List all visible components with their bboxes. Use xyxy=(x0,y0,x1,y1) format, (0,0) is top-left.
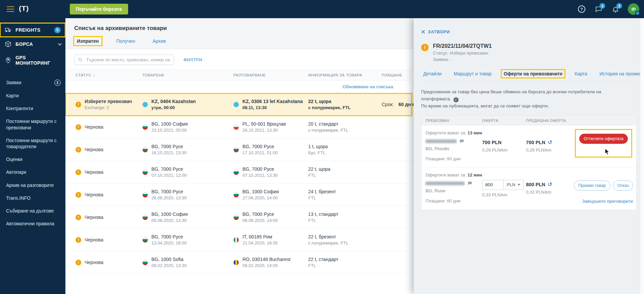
loading-date: 23.10.2021, 00:00 xyxy=(151,128,188,133)
finish-negotiations-link[interactable]: Завършете преговорите xyxy=(582,199,633,204)
loading-date: утре, 00:00 xyxy=(151,105,196,110)
sidebar-menu-item[interactable]: Автоматични правила xyxy=(0,217,65,230)
loading-place: BG, 7000 Русе xyxy=(151,234,187,239)
table-row[interactable]: Чернова BG, 1000 София 05.06.2020, 13:30… xyxy=(65,206,412,229)
sidebar-menu-item[interactable]: Контрагенти xyxy=(0,102,65,115)
info-icon[interactable] xyxy=(453,97,459,102)
sidebar-menu-item[interactable]: Карти xyxy=(0,89,65,102)
sidebar-menu-item[interactable]: Постоянни маршрути с товародатели xyxy=(0,134,65,153)
chat-bubble-icon[interactable] xyxy=(459,139,464,144)
history-icon[interactable] xyxy=(548,182,552,187)
table-row[interactable]: Чернова BG, 7000 Русе 13.04.2020, 18:00 … xyxy=(65,229,412,251)
unloading-date: 06.06.2020, 14:00 xyxy=(242,218,278,223)
list-tab[interactable]: Архив xyxy=(150,37,168,45)
menu-icon[interactable] xyxy=(7,6,14,12)
country-flag-icon xyxy=(142,124,148,130)
status-cell: Чернова xyxy=(76,192,142,198)
status-cell: Чернова xyxy=(76,147,142,153)
country-flag-icon xyxy=(233,192,239,198)
help-icon[interactable] xyxy=(577,5,586,13)
avatar[interactable]: IP xyxy=(628,3,639,15)
sidebar-menu-item[interactable]: Архив на разговорите xyxy=(0,179,65,192)
cargo-detail: FTL xyxy=(308,263,339,268)
offer-row: Офертите важат за: 12 мин BG, Ruse Плаща… xyxy=(421,168,636,210)
sidebar-item-gps-monitoring[interactable]: GPS МОНИТОРИНГ xyxy=(0,51,65,69)
accept-freight-button[interactable]: Приеми товар xyxy=(574,181,610,191)
unloading-place: BG, 7000 Русе xyxy=(242,211,278,217)
sidebar-menu-item-label: Карти xyxy=(6,93,19,99)
list-tab[interactable]: Изпратен xyxy=(74,37,101,45)
panel-tab[interactable]: История на промените xyxy=(597,70,644,77)
cargo-detail: FTL xyxy=(308,173,330,178)
status-cell: Чернова xyxy=(76,215,142,220)
loading-cell: BG, 1000 София 05.06.2020, 13:30 xyxy=(142,211,233,223)
cargo-detail: Бус, FTL xyxy=(308,150,328,155)
search-input[interactable] xyxy=(86,57,170,62)
table-row[interactable]: Чернова BG, 7000 Русе 16.10.2021, 23:30 … xyxy=(65,138,412,161)
loading-cell: KZ, 0404 Kazahstan утре, 00:00 xyxy=(142,99,233,110)
sidebar-menu: Заявки 1 Карти Контрагенти Постоянни мар… xyxy=(0,76,65,230)
order-exchange-button[interactable]: Поръчайте борсата xyxy=(70,4,128,14)
cargo-summary: 20 t, стандарт xyxy=(308,121,348,127)
cargo-summary: 13 t, стандарт xyxy=(308,211,339,217)
chevron-down-icon xyxy=(58,42,62,45)
withdraw-offer-button[interactable]: Оттеглете офертата xyxy=(579,134,628,144)
decline-button[interactable]: Отказ xyxy=(613,181,633,191)
status-cell: Изберете превозвач Exchange: 2 xyxy=(76,99,142,110)
chat-icon[interactable]: 3 xyxy=(594,5,603,13)
sidebar-menu-item[interactable]: Оценки xyxy=(0,153,65,166)
loading-date: 05.06.2020, 13:30 xyxy=(151,218,188,223)
table-header: СТАТУС ТОВАРЕНЕ РАЗТОВАРВАНЕ ИНФОРМАЦИЯ … xyxy=(65,70,412,80)
sidebar-item-exchange[interactable]: БОРСА xyxy=(0,37,65,51)
sidebar-item-freights[interactable]: FREIGHTS 5 xyxy=(0,23,65,37)
warning-icon xyxy=(421,44,429,51)
unloading-date: 07.10.2021, 13:30 xyxy=(242,173,278,178)
filters-link[interactable]: ФИЛТРИ xyxy=(183,57,202,62)
panel-tab[interactable]: Маршрут и товар xyxy=(452,70,494,77)
loading-place: BG, 1000 Sofia xyxy=(151,257,187,262)
sidebar-menu-item[interactable]: Събиране на дългове xyxy=(0,204,65,217)
offer-price-input[interactable] xyxy=(482,180,504,190)
sidebar-menu-item[interactable]: Заявки 1 xyxy=(0,76,65,89)
carrier-cell: Офертите важат за: 13 мин BG, Plovdiv Пл… xyxy=(426,130,482,161)
sidebar-menu-item-label: Оценки xyxy=(6,156,22,162)
table-row[interactable]: Чернова BG, 7000 Русе 07.10.2021, 12:00 … xyxy=(65,161,412,184)
currency-select[interactable]: PLN xyxy=(504,180,524,190)
sidebar-menu-item-label: Постоянни маршрути с товародатели xyxy=(6,137,61,150)
panel-tab[interactable]: Карта xyxy=(573,70,589,77)
unloading-place: KZ, 0306 13 let Kazahstana xyxy=(242,99,303,104)
loading-date: 13.04.2020, 18:00 xyxy=(151,240,187,246)
sidebar-menu-item[interactable]: Trans.INFO xyxy=(0,192,65,204)
cargo-summary: 22 t, щора xyxy=(308,166,330,172)
status-cell: Чернова xyxy=(76,124,142,130)
list-tab[interactable]: Получен xyxy=(114,37,138,45)
chat-bubble-icon[interactable] xyxy=(467,181,472,186)
notifications-icon[interactable]: 3 xyxy=(611,5,620,13)
scrollbar[interactable] xyxy=(640,18,644,294)
sidebar-menu-item[interactable]: Автопарк xyxy=(0,166,65,178)
table-row[interactable]: Чернова BG, 1000 Sofia 08.02.2020, 13:30… xyxy=(65,251,412,274)
unloading-date: 09.02.2020, 14:00 xyxy=(242,263,290,268)
table-row[interactable]: Чернова BG, 7000 Русе 26.06.2020, 13:30 … xyxy=(65,184,412,206)
close-panel-link[interactable]: ЗАТВОРИ xyxy=(421,30,450,34)
sidebar-menu-item[interactable]: Постоянни маршрути с превозвачи xyxy=(0,115,65,134)
panel-tab[interactable]: Оферти на превозвачите xyxy=(502,70,564,77)
country-flag-icon xyxy=(233,102,239,107)
loading-place: BG, 7000 Русе xyxy=(151,144,187,149)
status-label: Изберете превозвач xyxy=(85,99,132,104)
column-header-status[interactable]: СТАТУС xyxy=(76,73,142,77)
freights-badge: 5 xyxy=(54,27,61,33)
refresh-list-link[interactable]: Обновяване на списъка xyxy=(343,84,393,89)
loading-place: BG, 7000 Русе xyxy=(151,189,187,194)
sidebar-menu-item-label: Автопарк xyxy=(6,169,26,175)
offer-cell: PLN 0,33 PLN/km xyxy=(482,172,526,197)
history-icon[interactable] xyxy=(548,140,552,145)
table-row[interactable]: Чернова BG, 1000 София 23.10.2021, 00:00… xyxy=(65,116,412,138)
carrier-offers-table: ПРЕВОЗВАЧ ОФЕРТА ПРЕДИШНА ОФЕРТА Офертит… xyxy=(421,115,637,210)
panel-tab[interactable]: Детайли xyxy=(421,70,444,77)
column-header-payment: ПЛАЩАНЕ xyxy=(382,73,412,77)
table-row[interactable]: Изберете превозвач Exchange: 2 KZ, 0404 … xyxy=(65,93,412,116)
cargo-info-cell: 22 t, щора с полуремарке, FTL xyxy=(308,99,382,110)
column-header-unloading: РАЗТОВАРВАНЕ xyxy=(233,73,308,77)
sidebar-menu-item-label: Автоматични правила xyxy=(6,221,54,227)
